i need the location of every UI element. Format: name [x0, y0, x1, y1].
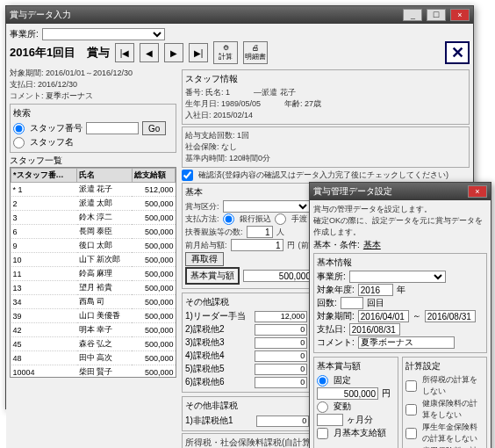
table-row[interactable]: 10004柴田 賢子500,000	[11, 365, 176, 379]
calc-opt-checkbox[interactable]	[405, 404, 417, 415]
dlg2-titlebar: 賞与管理データ設定 ×	[310, 183, 491, 200]
fixed-amount-input[interactable]	[317, 387, 378, 400]
recalc-button[interactable]: 再取得	[185, 252, 224, 266]
table-row[interactable]: 6長岡 泰臣500,000	[11, 225, 176, 239]
dlg2-times-input[interactable]	[341, 297, 363, 309]
last-icon[interactable]: ▶|	[189, 43, 208, 62]
table-row[interactable]: 2派遣 太郎500,000	[11, 197, 176, 211]
months-input[interactable]	[317, 414, 343, 426]
minimize-icon[interactable]: _	[403, 9, 422, 21]
table-row[interactable]: 39山口 美優香500,000	[11, 309, 176, 323]
period-range: 対象期間: 2016/01/01～2016/12/30	[10, 68, 176, 79]
dlg2-comment-input[interactable]	[358, 336, 455, 349]
go-button[interactable]: Go	[142, 121, 166, 135]
prev-pay-input[interactable]	[231, 239, 283, 251]
table-row[interactable]: 11鈴高 麻理500,000	[11, 267, 176, 281]
fixed-radio[interactable]	[317, 375, 328, 387]
staff-table[interactable]: *スタッフ番…氏名総支給額 * 1派遣 花子512,0002派遣 太郎500,0…	[10, 167, 176, 378]
calc-opt-checkbox[interactable]	[405, 380, 417, 392]
table-row[interactable]: 10山下 新次郎500,000	[11, 253, 176, 267]
base-bonus-input[interactable]	[243, 270, 313, 282]
prev-icon[interactable]: ◀	[140, 43, 159, 62]
dlg2-unit-select[interactable]	[349, 271, 446, 283]
table-row[interactable]: 34西島 司500,000	[11, 295, 176, 309]
sonota-input[interactable]	[255, 311, 307, 322]
sonota-input[interactable]	[255, 377, 307, 388]
print-button[interactable]: 🖨明細書	[243, 41, 268, 64]
table-row[interactable]: * 1派遣 花子512,000	[11, 183, 176, 197]
next-icon[interactable]: ▶	[164, 43, 183, 62]
sonota-input[interactable]	[255, 337, 307, 349]
search-input[interactable]	[86, 122, 139, 134]
table-row[interactable]: 48田中 高次500,000	[11, 351, 176, 365]
search-by-name-radio[interactable]	[13, 137, 25, 148]
dlg2-paydate-input[interactable]	[349, 323, 400, 336]
pay-bank-radio[interactable]	[223, 213, 234, 225]
hikazei-input[interactable]	[256, 415, 309, 427]
maximize-icon[interactable]: ☐	[427, 9, 446, 21]
confirm-checkbox[interactable]	[182, 170, 193, 181]
monthbase-checkbox[interactable]	[317, 428, 328, 439]
search-label: 検索	[13, 107, 173, 119]
dlg2-title: 賞与管理データ設定	[313, 183, 392, 200]
table-row[interactable]: 3鈴木 淳二500,000	[11, 211, 176, 225]
dlg2-close-icon[interactable]: ×	[468, 185, 487, 198]
dlg2-year-input[interactable]	[358, 284, 393, 296]
close-icon[interactable]: ×	[450, 9, 470, 21]
pay-cash-radio[interactable]	[275, 213, 286, 225]
calc-opt-checkbox[interactable]	[405, 428, 417, 439]
unit-select[interactable]	[42, 28, 165, 40]
period-title: 2016年1回目 賞与	[10, 45, 110, 61]
dlg2-period-from[interactable]	[358, 310, 409, 322]
sonota-input[interactable]	[255, 350, 307, 362]
main-title: 賞与データ入力	[10, 6, 71, 24]
paydate: 支払日: 2016/12/30	[10, 79, 176, 90]
unit-label: 事業所:	[10, 28, 39, 40]
sonota-input[interactable]	[255, 364, 307, 375]
table-row[interactable]: 42明本 幸子500,000	[11, 323, 176, 337]
calc-button[interactable]: ⚙計算	[213, 41, 238, 64]
staff-list-label: スタッフ一覧	[10, 155, 176, 167]
comment: コメント: 夏季ボーナス	[10, 90, 176, 102]
sonota-input[interactable]	[255, 324, 307, 336]
search-by-no-radio[interactable]	[13, 123, 25, 134]
table-row[interactable]: 9後口 太郎500,000	[11, 239, 176, 253]
tab-basic[interactable]: 基本	[363, 239, 381, 251]
dependents-input[interactable]	[247, 226, 273, 238]
table-row[interactable]: 45森谷 弘之500,000	[11, 337, 176, 351]
main-titlebar: 賞与データ入力 _ ☐ ×	[6, 6, 473, 24]
close-x-button[interactable]: ✕	[445, 41, 470, 64]
table-row[interactable]: 13望月 裕貴500,000	[11, 281, 176, 295]
first-icon[interactable]: |◀	[115, 43, 134, 62]
staff-info-label: スタッフ情報	[185, 73, 466, 85]
bonus-type-select[interactable]	[223, 200, 311, 213]
dlg2-period-to[interactable]	[425, 310, 476, 322]
variable-radio[interactable]	[317, 401, 328, 413]
